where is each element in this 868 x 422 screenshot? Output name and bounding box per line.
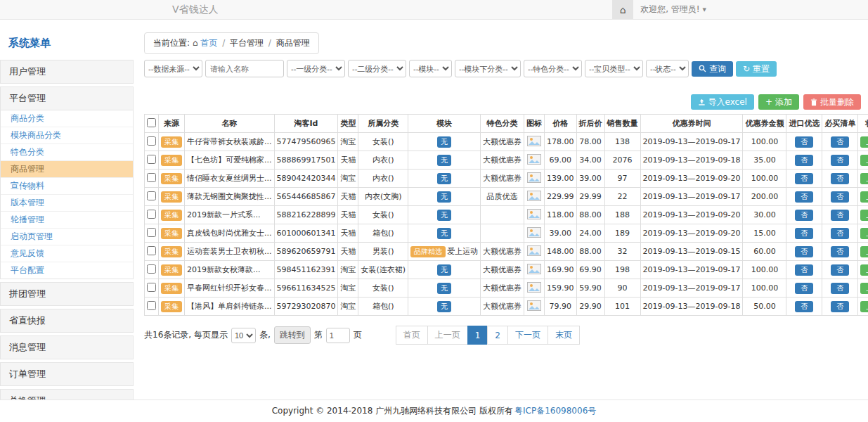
sales-count: 198 bbox=[604, 261, 640, 279]
sidebar-item[interactable]: 平台配置 bbox=[1, 262, 133, 279]
feature-category: 大额优惠券 bbox=[481, 151, 524, 170]
product-category: 女装(连衣裙) bbox=[358, 261, 408, 279]
select-all-checkbox[interactable] bbox=[147, 118, 156, 127]
import-toggle-button[interactable]: 否 bbox=[795, 246, 813, 257]
import-toggle-button[interactable]: 否 bbox=[795, 228, 813, 239]
import-excel-button[interactable]: 导入excel bbox=[691, 94, 754, 110]
mustbuy-toggle-button[interactable]: 否 bbox=[831, 283, 849, 294]
sidebar-group[interactable]: 消息管理 bbox=[0, 335, 134, 359]
page-button[interactable]: 1 bbox=[467, 326, 488, 345]
import-toggle-button[interactable]: 否 bbox=[795, 136, 813, 148]
import-toggle-button[interactable]: 否 bbox=[795, 301, 813, 312]
sidebar-item[interactable]: 启动页管理 bbox=[1, 229, 133, 245]
records-summary: 共16条记录, 每页显示 bbox=[144, 329, 228, 341]
sidebar-item[interactable]: 商品分类 bbox=[1, 110, 133, 127]
table-header-row: 来源名称淘客Id类型所属分类模块特色分类图标价格折后价销售数量优惠券时间优惠券金… bbox=[145, 115, 868, 133]
row-checkbox[interactable] bbox=[147, 210, 156, 219]
table-body: 采集牛仔背带裤女秋装减龄...577479560965淘宝女装()无大额优惠券1… bbox=[145, 133, 868, 316]
mustbuy-toggle-button[interactable]: 否 bbox=[831, 191, 849, 203]
status-button[interactable]: 上架 bbox=[860, 191, 868, 203]
page-button[interactable]: 首页 bbox=[396, 326, 428, 345]
batch-delete-button[interactable]: 批量删除 bbox=[803, 94, 861, 110]
price: 159.90 bbox=[545, 279, 577, 298]
breadcrumb: 当前位置: ⌂ 首页 / 平台管理 / 商品管理 bbox=[144, 32, 319, 54]
row-checkbox[interactable] bbox=[147, 173, 156, 182]
add-button[interactable]: +添加 bbox=[758, 94, 799, 110]
search-button[interactable]: 查询 bbox=[692, 61, 733, 77]
mustbuy-toggle-button[interactable]: 否 bbox=[831, 155, 849, 166]
feature-category bbox=[481, 224, 524, 243]
status-button[interactable]: 上架 bbox=[860, 136, 868, 148]
status-button[interactable]: 上架 bbox=[860, 155, 868, 166]
row-checkbox[interactable] bbox=[147, 191, 156, 200]
plus-icon: + bbox=[765, 98, 772, 106]
filter-select[interactable]: --二级分类-- bbox=[348, 60, 406, 77]
row-checkbox[interactable] bbox=[147, 264, 156, 274]
page-button[interactable]: 上一页 bbox=[427, 326, 468, 345]
import-toggle-button[interactable]: 否 bbox=[795, 155, 813, 166]
page-button[interactable]: 末页 bbox=[548, 326, 580, 345]
status-button[interactable]: 上架 bbox=[860, 301, 868, 312]
mustbuy-toggle-button[interactable]: 否 bbox=[831, 136, 849, 148]
mustbuy-toggle-button[interactable]: 否 bbox=[831, 210, 849, 221]
row-checkbox[interactable] bbox=[147, 228, 156, 237]
user-menu[interactable]: 欢迎您, 管理员! ▼ bbox=[633, 4, 713, 15]
sidebar-item[interactable]: 特色分类 bbox=[1, 144, 133, 161]
sidebar-group[interactable]: 平台管理 bbox=[0, 87, 134, 110]
row-checkbox[interactable] bbox=[147, 301, 156, 310]
status-button[interactable]: 上架 bbox=[860, 228, 868, 239]
sidebar-item[interactable]: 轮播管理 bbox=[1, 212, 133, 229]
status-button[interactable]: 上架 bbox=[860, 283, 868, 294]
filter-select[interactable]: --状态-- bbox=[646, 60, 689, 77]
sidebar-group[interactable]: 省直快报 bbox=[0, 309, 134, 333]
page-button[interactable]: 2 bbox=[487, 326, 508, 345]
row-checkbox[interactable] bbox=[147, 136, 156, 146]
status-button[interactable]: 上架 bbox=[860, 246, 868, 257]
filter-select[interactable]: --宝贝类型-- bbox=[585, 60, 643, 77]
filter-select[interactable]: --一级分类-- bbox=[287, 60, 345, 77]
mustbuy-toggle-button[interactable]: 否 bbox=[831, 264, 849, 276]
name-search-input[interactable] bbox=[205, 60, 284, 77]
source-badge: 采集 bbox=[161, 155, 182, 166]
import-toggle-button[interactable]: 否 bbox=[795, 191, 813, 203]
filter-select[interactable]: --模块下分类-- bbox=[455, 60, 521, 77]
page-jump-input[interactable] bbox=[326, 328, 350, 343]
jump-button[interactable]: 跳转到 bbox=[274, 326, 311, 344]
import-toggle-button[interactable]: 否 bbox=[795, 210, 813, 221]
sidebar-item[interactable]: 版本管理 bbox=[1, 195, 133, 212]
sidebar-item[interactable]: 模块商品分类 bbox=[1, 127, 133, 144]
filter-select[interactable]: --数据来源-- bbox=[144, 60, 202, 77]
status-button[interactable]: 上架 bbox=[860, 210, 868, 221]
row-checkbox[interactable] bbox=[147, 155, 156, 164]
mustbuy-toggle-button[interactable]: 否 bbox=[831, 173, 849, 184]
search-icon bbox=[699, 65, 706, 72]
breadcrumb-home-link[interactable]: 首页 bbox=[200, 38, 217, 48]
import-toggle-button[interactable]: 否 bbox=[795, 283, 813, 294]
sidebar-group[interactable]: 拼团管理 bbox=[0, 282, 134, 306]
discount-price: 29.99 bbox=[576, 188, 604, 206]
mustbuy-toggle-button[interactable]: 否 bbox=[831, 228, 849, 239]
import-toggle-button[interactable]: 否 bbox=[795, 264, 813, 276]
row-checkbox[interactable] bbox=[147, 246, 156, 255]
row-checkbox[interactable] bbox=[147, 283, 156, 292]
sidebar-item[interactable]: 意见反馈 bbox=[1, 245, 133, 262]
sidebar-item[interactable]: 宣传物料 bbox=[1, 178, 133, 195]
filter-select[interactable]: --模块-- bbox=[409, 60, 452, 77]
status-button[interactable]: 上架 bbox=[860, 264, 868, 276]
import-toggle-button[interactable]: 否 bbox=[795, 173, 813, 184]
upload-icon bbox=[698, 98, 706, 106]
page-button[interactable]: 下一页 bbox=[507, 326, 548, 345]
welcome-text: 欢迎您, 管理员! bbox=[640, 4, 699, 15]
reset-button[interactable]: ↻重置 bbox=[736, 61, 777, 77]
status-button[interactable]: 上架 bbox=[860, 173, 868, 184]
filter-select[interactable]: --特色分类-- bbox=[524, 60, 582, 77]
mustbuy-toggle-button[interactable]: 否 bbox=[831, 301, 849, 312]
sidebar-item[interactable]: 商品管理 bbox=[1, 161, 133, 178]
page-size-select[interactable]: 10 bbox=[231, 328, 256, 343]
sidebar-group[interactable]: 用户管理 bbox=[0, 60, 134, 84]
sidebar-group[interactable]: 订单管理 bbox=[0, 362, 134, 386]
icp-link[interactable]: 粤ICP备16098006号 bbox=[514, 405, 596, 417]
home-button[interactable]: ⌂ bbox=[612, 0, 633, 19]
product-name: 【港风】单肩斜挎链条... bbox=[185, 298, 275, 316]
mustbuy-toggle-button[interactable]: 否 bbox=[831, 246, 849, 257]
